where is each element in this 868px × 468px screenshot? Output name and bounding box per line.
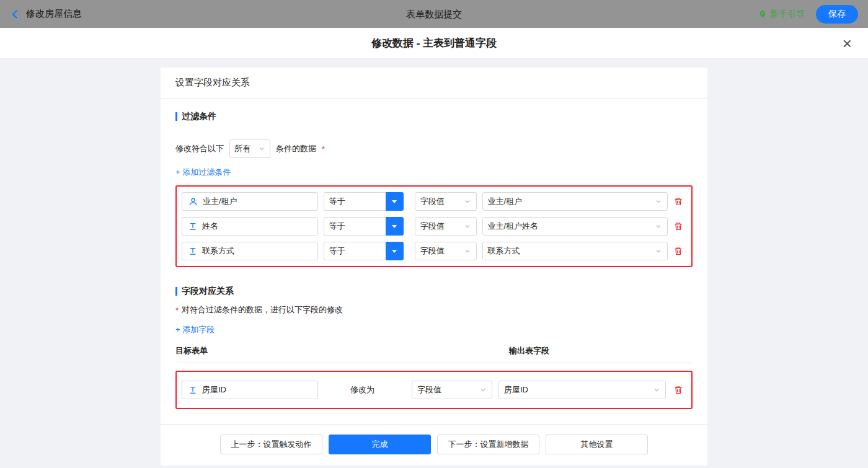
dialog-footer: 上一步：设置触发动作 完成 下一步：设置新增数据 其他设置	[161, 424, 707, 466]
chevron-down-icon	[479, 386, 487, 394]
caret-down-icon	[392, 250, 397, 253]
text-field-icon	[188, 222, 197, 231]
operator-select[interactable]: 等于	[324, 242, 386, 260]
field-input[interactable]: 联系方式	[182, 242, 318, 260]
caret-down-icon	[392, 200, 397, 203]
value-type-select[interactable]: 字段值	[415, 217, 477, 236]
condition-suffix: 条件的数据	[276, 143, 316, 154]
workflow-name: 修改房屋信息	[26, 8, 82, 20]
prev-step-button[interactable]: 上一步：设置触发动作	[220, 435, 322, 454]
mapping-section-title: 字段对应关系	[175, 286, 693, 297]
next-step-button[interactable]: 下一步：设置新增数据	[437, 435, 539, 454]
caret-down-icon	[392, 225, 397, 228]
mapping-table-header: 目标表单 输出表字段	[175, 345, 693, 363]
column-output-field: 输出表字段	[509, 345, 549, 356]
chevron-down-icon	[464, 198, 471, 205]
chevron-down-icon	[655, 198, 662, 205]
guide-label: 新手引导	[770, 9, 805, 20]
value-select[interactable]: 业主/租户	[482, 192, 668, 211]
settings-card: 设置字段对应关系 过滤条件 修改符合以下 所有 条件的数据 * + 添加过滤条件	[161, 68, 707, 466]
text-field-icon	[188, 386, 197, 394]
field-input[interactable]: 业主/租户	[182, 192, 318, 211]
required-mark: *	[175, 306, 179, 315]
dialog-header: 修改数据 - 主表到普通字段 ×	[0, 28, 868, 59]
value-type-select[interactable]: 字段值	[415, 192, 477, 211]
topbar-title: 表单数据提交	[406, 8, 462, 20]
close-icon[interactable]: ×	[843, 35, 852, 51]
mapping-description: * 对符合过滤条件的数据，进行以下字段的修改	[175, 304, 693, 316]
chevron-down-icon	[653, 386, 660, 394]
back-button[interactable]	[10, 9, 21, 20]
operator-dropdown-button[interactable]	[386, 242, 404, 260]
text-field-icon	[188, 247, 197, 255]
other-settings-button[interactable]: 其他设置	[546, 435, 648, 454]
value-select[interactable]: 房屋ID	[498, 381, 666, 399]
chevron-down-icon	[464, 247, 471, 255]
modify-to-label: 修改为	[350, 384, 374, 395]
filter-rows-highlight: 业主/租户 等于 字段值 业主/租户	[175, 185, 693, 267]
section-bar	[175, 287, 177, 296]
value-select[interactable]: 业主/租户姓名	[482, 217, 668, 236]
dialog-title: 修改数据 - 主表到普通字段	[371, 36, 497, 50]
operator-dropdown-button[interactable]	[386, 217, 404, 236]
filter-row: 联系方式 等于 字段值 联系方式	[182, 242, 686, 260]
value-type-select[interactable]: 字段值	[415, 242, 477, 260]
value-select[interactable]: 联系方式	[482, 242, 668, 260]
field-input[interactable]: 姓名	[182, 217, 318, 236]
condition-line: 修改符合以下 所有 条件的数据 *	[175, 139, 693, 158]
add-field-link[interactable]: + 添加字段	[175, 324, 215, 335]
chevron-down-icon	[464, 223, 471, 230]
card-header: 设置字段对应关系	[161, 68, 707, 99]
operator-select[interactable]: 等于	[324, 217, 386, 236]
value-type-select[interactable]: 字段值	[412, 381, 492, 399]
guide-link[interactable]: 新手引导	[758, 9, 805, 20]
done-button[interactable]: 完成	[329, 435, 431, 454]
topbar: 修改房屋信息 表单数据提交 新手引导 保存	[0, 0, 868, 28]
add-filter-link[interactable]: + 添加过滤条件	[175, 167, 231, 178]
filter-section-title: 过滤条件	[175, 111, 693, 122]
back-chevron-icon	[10, 9, 21, 20]
pin-icon	[758, 9, 767, 19]
operator-select[interactable]: 等于	[324, 192, 386, 211]
required-mark: *	[322, 144, 325, 154]
delete-row-icon[interactable]	[673, 196, 683, 206]
filter-row: 姓名 等于 字段值 业主/租户姓名	[182, 217, 686, 236]
chevron-down-icon	[655, 223, 662, 230]
mapping-rows-highlight: 房屋ID 修改为 字段值 房屋ID	[175, 371, 693, 409]
section-bar	[175, 112, 177, 121]
dialog-body: 设置字段对应关系 过滤条件 修改符合以下 所有 条件的数据 * + 添加过滤条件	[0, 68, 868, 468]
operator-dropdown-button[interactable]	[386, 192, 404, 211]
delete-row-icon[interactable]	[673, 221, 683, 231]
user-icon	[188, 197, 198, 206]
column-target-form: 目标表单	[175, 345, 509, 356]
delete-row-icon[interactable]	[673, 246, 683, 256]
condition-prefix: 修改符合以下	[175, 143, 224, 154]
delete-row-icon[interactable]	[673, 385, 683, 395]
chevron-down-icon	[655, 247, 662, 255]
field-input[interactable]: 房屋ID	[182, 381, 318, 399]
match-mode-select[interactable]: 所有	[229, 139, 270, 158]
chevron-down-icon	[258, 145, 265, 152]
filter-row: 业主/租户 等于 字段值 业主/租户	[182, 192, 686, 211]
save-button[interactable]: 保存	[816, 5, 858, 24]
mapping-row: 房屋ID 修改为 字段值 房屋ID	[182, 381, 686, 399]
